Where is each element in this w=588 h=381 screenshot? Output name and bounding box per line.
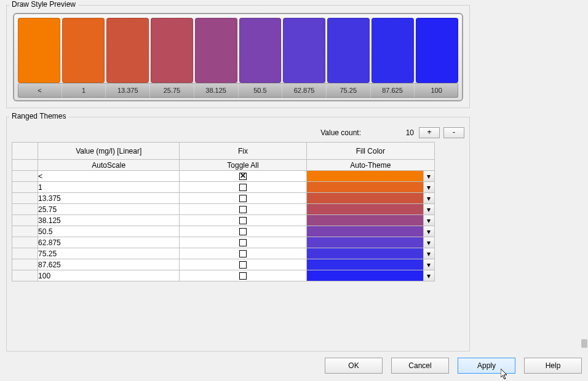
value-count-minus-button[interactable]: - xyxy=(443,127,464,138)
row-header[interactable] xyxy=(12,193,38,204)
fix-cell[interactable] xyxy=(180,248,306,259)
preview-swatch xyxy=(371,18,414,83)
preview-swatch-label: 50.5 xyxy=(239,83,283,98)
fill-color-dropdown-icon[interactable]: ▾ xyxy=(423,259,434,270)
fill-color-cell[interactable] xyxy=(306,259,423,270)
cancel-button[interactable]: Cancel xyxy=(391,358,449,374)
fill-color-cell[interactable] xyxy=(306,182,423,193)
fix-checkbox[interactable] xyxy=(239,239,247,246)
value-cell[interactable]: 50.5 xyxy=(38,226,180,237)
fill-color-swatch xyxy=(307,259,423,270)
value-cell[interactable]: 13.375 xyxy=(38,193,180,204)
fill-color-dropdown-icon[interactable]: ▾ xyxy=(423,171,434,182)
fill-color-cell[interactable] xyxy=(306,270,423,281)
table-row: 25.75▾ xyxy=(12,204,435,215)
header-value[interactable]: Value (mg/l) [Linear] xyxy=(38,143,180,160)
fix-cell[interactable] xyxy=(180,182,306,193)
table-row: 62.875▾ xyxy=(12,237,435,248)
fix-cell[interactable] xyxy=(180,193,306,204)
header-autotheme[interactable]: Auto-Theme xyxy=(306,160,434,171)
preview-swatch-label: 100 xyxy=(415,83,458,98)
value-cell[interactable]: 100 xyxy=(38,270,180,281)
header-fillcolor[interactable]: Fill Color xyxy=(306,143,434,160)
value-cell[interactable]: 75.25 xyxy=(38,248,180,259)
fill-color-dropdown-icon[interactable]: ▾ xyxy=(423,204,434,215)
fill-color-dropdown-icon[interactable]: ▾ xyxy=(423,193,434,204)
fill-color-swatch xyxy=(307,193,423,203)
table-row: 75.25▾ xyxy=(12,248,435,259)
help-button[interactable]: Help xyxy=(524,358,582,374)
fix-checkbox[interactable] xyxy=(239,261,247,269)
preview-swatch-label: < xyxy=(18,83,62,98)
fill-color-cell[interactable] xyxy=(306,193,423,204)
preview-swatch-row xyxy=(18,18,458,83)
preview-swatch xyxy=(416,18,458,83)
row-header[interactable] xyxy=(12,182,38,193)
fill-color-swatch xyxy=(307,204,423,214)
ranged-grid: Value (mg/l) [Linear] Fix Fill Color Aut… xyxy=(12,142,435,281)
preview-swatch xyxy=(106,18,149,83)
row-header[interactable] xyxy=(12,259,38,270)
fix-cell[interactable] xyxy=(180,171,306,182)
value-cell[interactable]: 87.625 xyxy=(38,259,180,270)
fix-cell[interactable] xyxy=(180,226,306,237)
header-autoscale[interactable]: AutoScale xyxy=(38,160,180,171)
fix-checkbox[interactable] xyxy=(239,173,247,180)
fill-color-dropdown-icon[interactable]: ▾ xyxy=(423,237,434,248)
fill-color-swatch xyxy=(307,248,423,259)
row-header[interactable] xyxy=(12,215,38,226)
fix-checkbox[interactable] xyxy=(239,184,247,191)
header-fix[interactable]: Fix xyxy=(180,143,306,160)
fix-checkbox[interactable] xyxy=(239,195,247,202)
preview-swatch-label: 1 xyxy=(62,83,106,98)
draw-style-preview-label: Draw Style Preview xyxy=(9,0,78,9)
fix-cell[interactable] xyxy=(180,204,306,215)
fill-color-dropdown-icon[interactable]: ▾ xyxy=(423,270,434,281)
header-empty xyxy=(12,143,38,160)
fix-checkbox[interactable] xyxy=(239,217,247,224)
value-cell[interactable]: 25.75 xyxy=(38,204,180,215)
table-row: 38.125▾ xyxy=(12,215,435,226)
fill-color-cell[interactable] xyxy=(306,171,423,182)
fix-checkbox[interactable] xyxy=(239,206,247,213)
fill-color-swatch xyxy=(307,270,423,281)
vertical-scrollbar[interactable] xyxy=(578,0,588,353)
preview-swatch xyxy=(283,18,325,83)
row-header[interactable] xyxy=(12,226,38,237)
dialog-root: Draw Style Preview <113.37525.7538.12550… xyxy=(0,0,588,381)
preview-label-bar: <113.37525.7538.12550.562.87575.2587.625… xyxy=(18,83,458,98)
header-toggle-all[interactable]: Toggle All xyxy=(180,160,306,171)
fix-cell[interactable] xyxy=(180,270,306,281)
fix-checkbox[interactable] xyxy=(239,272,247,280)
ranged-themes-label: Ranged Themes xyxy=(9,112,69,120)
fill-color-dropdown-icon[interactable]: ▾ xyxy=(423,248,434,259)
fill-color-dropdown-icon[interactable]: ▾ xyxy=(423,226,434,237)
value-cell[interactable]: 62.875 xyxy=(38,237,180,248)
fix-cell[interactable] xyxy=(180,215,306,226)
fill-color-swatch xyxy=(307,215,423,226)
value-cell[interactable]: 38.125 xyxy=(38,215,180,226)
fill-color-dropdown-icon[interactable]: ▾ xyxy=(423,182,434,193)
row-header[interactable] xyxy=(12,270,38,281)
value-cell[interactable]: 1 xyxy=(38,182,180,193)
apply-button[interactable]: Apply xyxy=(458,358,515,374)
fill-color-cell[interactable] xyxy=(306,204,423,215)
fix-cell[interactable] xyxy=(180,259,306,270)
value-count-value: 10 xyxy=(395,128,414,137)
fill-color-cell[interactable] xyxy=(306,215,423,226)
row-header[interactable] xyxy=(12,248,38,259)
fill-color-cell[interactable] xyxy=(306,237,423,248)
ranged-table: Value (mg/l) [Linear] Fix Fill Color Aut… xyxy=(12,142,435,281)
fill-color-dropdown-icon[interactable]: ▾ xyxy=(423,215,434,226)
fix-cell[interactable] xyxy=(180,237,306,248)
fix-checkbox[interactable] xyxy=(239,250,247,257)
row-header[interactable] xyxy=(12,204,38,215)
row-header[interactable] xyxy=(12,171,38,182)
row-header[interactable] xyxy=(12,237,38,248)
value-cell[interactable]: < xyxy=(38,171,180,182)
fix-checkbox[interactable] xyxy=(239,228,247,235)
fill-color-cell[interactable] xyxy=(306,248,423,259)
fill-color-cell[interactable] xyxy=(306,226,423,237)
value-count-plus-button[interactable]: + xyxy=(419,127,440,138)
ok-button[interactable]: OK xyxy=(325,358,383,374)
